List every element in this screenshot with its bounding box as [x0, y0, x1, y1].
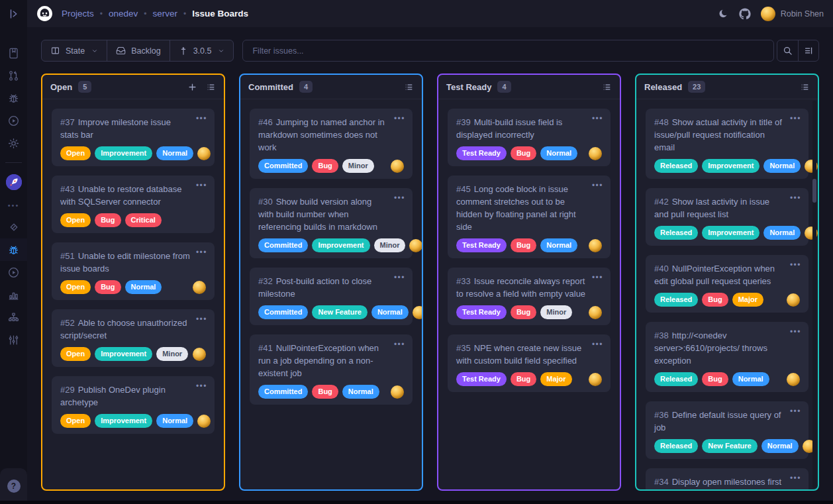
issue-card[interactable]: #38http://<onedev server>:6610/projects/…	[646, 322, 808, 392]
sidebar-item-sitemap[interactable]	[0, 306, 27, 328]
issue-card[interactable]: #51Unable to edit milestone from issue b…	[52, 242, 215, 300]
card-menu-button[interactable]: •••	[592, 340, 603, 349]
issue-card[interactable]: #45Long code block in issue comment stre…	[448, 176, 611, 258]
column-list-menu-icon[interactable]	[206, 82, 216, 92]
card-menu-button[interactable]: •••	[394, 193, 405, 203]
tag: Test Ready	[456, 146, 507, 160]
issue-card[interactable]: #36Define default issue query of job •••…	[646, 401, 808, 459]
state-dropdown[interactable]: State	[42, 40, 107, 61]
sliders-icon	[7, 334, 20, 346]
help-icon[interactable]: ?	[7, 479, 21, 493]
card-menu-button[interactable]: •••	[196, 248, 207, 257]
search-button[interactable]	[777, 40, 798, 61]
card-menu-button[interactable]: •••	[196, 381, 207, 391]
card-menu-button[interactable]: •••	[196, 181, 207, 190]
card-menu-button[interactable]: •••	[790, 474, 801, 483]
sidebar-item-notebook[interactable]	[0, 42, 27, 64]
issue-card[interactable]: #52Able to choose unauthorized script/se…	[52, 309, 215, 367]
tag: Major	[540, 372, 571, 386]
left-sidebar: ••• ?	[0, 0, 27, 504]
issue-card[interactable]: #32Post-build action to close milestone …	[250, 268, 413, 325]
issue-card[interactable]: #34Display open milestones first when ch…	[646, 468, 808, 489]
card-menu-button[interactable]: •••	[790, 260, 801, 270]
tag: Bug	[702, 372, 728, 386]
scrollbar-thumb[interactable]	[812, 179, 816, 203]
tag: Improvement	[702, 226, 760, 240]
assignee-avatar	[391, 160, 404, 173]
issue-number: #33	[456, 276, 471, 286]
sidebar-item-overflow-ellipsis[interactable]: •••	[0, 193, 27, 216]
sidebar-item-play-circle[interactable]	[0, 109, 27, 132]
tag: Normal	[761, 439, 799, 453]
user-menu[interactable]: Robin Shen	[761, 7, 824, 21]
sidebar-item-bug[interactable]	[0, 87, 27, 109]
issue-number: #48	[654, 117, 669, 127]
column-header: Released 23	[636, 75, 818, 99]
issue-number: #36	[654, 410, 669, 420]
assignee-avatar	[193, 281, 206, 294]
breadcrumb-item[interactable]: onedev	[109, 9, 138, 19]
card-menu-button[interactable]: •••	[394, 340, 405, 349]
column-list-menu-icon[interactable]	[800, 82, 810, 92]
dark-mode-moon-icon[interactable]	[718, 8, 729, 19]
sidebar-divider	[5, 162, 22, 163]
milestone-dropdown[interactable]: 3.0.5	[170, 40, 234, 61]
card-menu-button[interactable]: •••	[790, 407, 801, 416]
card-menu-button[interactable]: •••	[592, 273, 603, 282]
issue-card[interactable]: #46Jumping to named anchor in markdown s…	[250, 109, 413, 179]
issue-card[interactable]: #48Show actual activity in title of issu…	[646, 109, 808, 179]
issue-card[interactable]: #37Improve milestone issue stats bar •••…	[52, 109, 215, 166]
sidebar-item-pull-request[interactable]	[0, 64, 27, 87]
sidebar-item-rocket-project-avatar[interactable]	[0, 171, 27, 193]
play-circle-icon	[7, 266, 20, 279]
issue-card[interactable]: #41NullPointerException when run a job d…	[250, 334, 413, 405]
tag: Bug	[511, 305, 536, 319]
sidebar-item-play-circle[interactable]	[0, 261, 27, 283]
add-issue-icon[interactable]	[187, 82, 197, 92]
assignee-avatar	[391, 385, 404, 399]
breadcrumb-item[interactable]: Projects	[62, 9, 94, 19]
issue-card[interactable]: #39Multi-build issue field is displayed …	[448, 109, 611, 166]
column-list-menu-icon[interactable]	[404, 82, 414, 92]
board-column-committed: Committed 4 #46Jumping to named anchor i…	[239, 74, 423, 491]
card-menu-button[interactable]: •••	[592, 114, 603, 123]
card-menu-button[interactable]: •••	[196, 315, 207, 324]
issue-card[interactable]: #29Publish OneDev plugin archetype ••• O…	[52, 376, 215, 434]
card-menu-button[interactable]: •••	[394, 273, 405, 282]
column-count-badge: 23	[688, 81, 705, 93]
sidebar-item-commit[interactable]	[0, 216, 27, 238]
card-menu-button[interactable]: •••	[790, 193, 801, 203]
issue-card[interactable]: #43Unable to restore database with SQLSe…	[52, 176, 215, 233]
sidebar-item-sliders[interactable]	[0, 328, 27, 351]
card-menu-button[interactable]: •••	[790, 327, 801, 336]
issue-card[interactable]: #30Show build version along with build n…	[250, 188, 413, 258]
github-icon[interactable]	[739, 8, 751, 20]
sidebar-item-gear[interactable]	[0, 132, 27, 154]
filter-issues-input[interactable]	[242, 40, 774, 62]
column-list-menu-icon[interactable]	[602, 82, 612, 92]
card-menu-button[interactable]: •••	[790, 114, 801, 123]
commit-icon	[8, 221, 20, 233]
sidebar-expand-icon[interactable]	[8, 0, 20, 27]
issue-card[interactable]: #42Show last activity in issue and pull …	[646, 188, 808, 246]
onedev-logo-icon[interactable]	[36, 5, 53, 22]
card-menu-button[interactable]: •••	[394, 114, 405, 123]
issue-card[interactable]: #35NPE when create new issue with custom…	[448, 334, 611, 392]
tag: Bug	[511, 238, 536, 252]
sidebar-item-bar-chart[interactable]	[0, 283, 27, 306]
sidebar-project-group: •••	[0, 171, 27, 351]
sitemap-icon	[7, 311, 20, 324]
backlog-button[interactable]: Backlog	[107, 40, 169, 61]
issue-title: #48Show actual activity in title of issu…	[654, 116, 800, 154]
issue-card[interactable]: #33Issue reconcile always report to reso…	[448, 268, 611, 325]
card-menu-button[interactable]: •••	[592, 181, 603, 190]
tag: Bug	[95, 213, 121, 227]
saved-queries-toggle[interactable]	[798, 40, 818, 61]
issue-tags-row: Test ReadyBugMajor	[456, 372, 602, 386]
issue-card[interactable]: #40NullPointerException when edit global…	[646, 255, 808, 313]
breadcrumb-item[interactable]: server	[152, 9, 177, 19]
sidebar-item-bug[interactable]	[0, 238, 27, 261]
column-scrollbar[interactable]	[812, 101, 816, 488]
tag: Normal	[763, 226, 801, 240]
card-menu-button[interactable]: •••	[196, 114, 207, 123]
